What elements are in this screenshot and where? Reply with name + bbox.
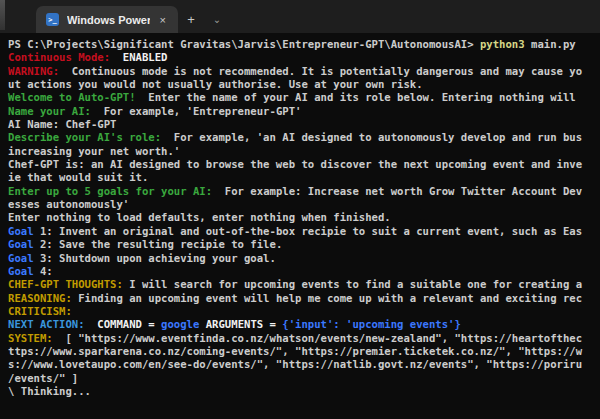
terminal-line: SYSTEM: [ "https://www.eventfinda.co.nz/…: [8, 332, 600, 345]
terminal-line: Chef-GPT is: an AI designed to browse th…: [8, 158, 600, 171]
tab-dropdown-button[interactable]: ⌄: [204, 6, 230, 33]
terminal-line: Enter up to 5 goals for your AI: For exa…: [8, 185, 600, 198]
terminal-line: REASONING: Finding an upcoming event wil…: [8, 292, 600, 305]
terminal-line: Goal 4:: [8, 265, 600, 278]
terminal-line: NEXT ACTION: COMMAND = google ARGUMENTS …: [8, 318, 600, 331]
terminal-line: /events/" ]: [8, 372, 600, 385]
terminal-line: CRITICISM:: [8, 305, 600, 318]
tab-title: Windows PowerShell: [67, 14, 150, 26]
powershell-icon: >_: [46, 13, 59, 26]
terminal-line: Welcome to Auto-GPT! Enter the name of y…: [8, 91, 600, 104]
tab-windows-powershell[interactable]: >_ Windows PowerShell ×: [36, 6, 178, 33]
terminal-line: PS C:\Projects\Significant Gravitas\Jarv…: [8, 38, 600, 51]
terminal-line: Name your AI: For example, 'Entrepreneur…: [8, 105, 600, 118]
terminal-line: ut actions you would not usually authori…: [8, 78, 600, 91]
terminal-line: Goal 3: Shutdown upon achieving your goa…: [8, 252, 600, 265]
terminal-line: Enter nothing to load defaults, enter no…: [8, 211, 600, 224]
window-edge-decoration: [0, 0, 5, 30]
close-tab-icon[interactable]: ×: [156, 13, 170, 27]
new-tab-button[interactable]: +: [178, 6, 204, 33]
terminal-line: \ Thinking...: [8, 385, 600, 398]
terminal-line: ie that would suit it.: [8, 171, 600, 184]
terminal-line: increasing your net worth.': [8, 145, 600, 158]
terminal-line: AI Name: Chef-GPT: [8, 118, 600, 131]
tab-bar: >_ Windows PowerShell × + ⌄: [0, 0, 600, 33]
terminal-window: >_ Windows PowerShell × + ⌄ PS C:\Projec…: [0, 0, 600, 419]
terminal-line: Describe your AI's role: For example, 'a…: [8, 131, 600, 144]
terminal-line: esses autonomously': [8, 198, 600, 211]
terminal-line: Goal 1: Invent an original and out-of-th…: [8, 225, 600, 238]
terminal-line: WARNING: Continuous mode is not recommen…: [8, 65, 600, 78]
terminal-line: Continuous Mode: ENABLED: [8, 51, 600, 64]
terminal-line: ttps://www.sparkarena.co.nz/coming-event…: [8, 345, 600, 358]
terminal-output[interactable]: PS C:\Projects\Significant Gravitas\Jarv…: [0, 33, 600, 419]
terminal-line: Goal 2: Save the resulting recipie to fi…: [8, 238, 600, 251]
terminal-line: s://www.lovetaupo.com/en/see-do/events/"…: [8, 358, 600, 371]
terminal-line: CHEF-GPT THOUGHTS: I will search for upc…: [8, 278, 600, 291]
